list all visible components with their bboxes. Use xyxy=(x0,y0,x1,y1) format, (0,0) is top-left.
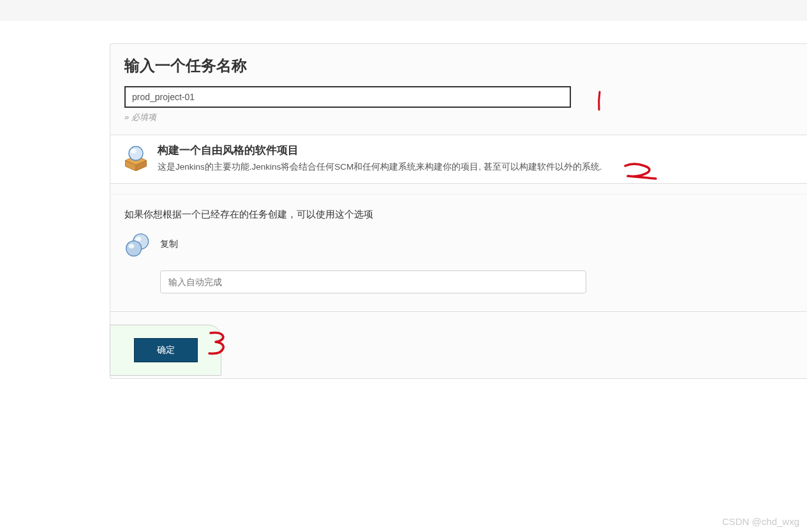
job-name-input[interactable] xyxy=(124,86,571,108)
svg-point-0 xyxy=(129,147,143,161)
ok-button[interactable]: 确定 xyxy=(134,338,198,362)
copy-label: 复制 xyxy=(160,239,793,250)
svg-point-1 xyxy=(131,149,137,153)
page-title: 输入一个任务名称 xyxy=(124,55,793,76)
svg-point-5 xyxy=(128,244,134,248)
svg-point-4 xyxy=(126,240,142,256)
copy-hint: 如果你想根据一个已经存在的任务创建，可以使用这个选项 xyxy=(124,209,793,221)
footer-bar: 确定 xyxy=(110,311,807,378)
copy-from-input[interactable] xyxy=(160,270,586,293)
required-note: » 必填项 xyxy=(124,112,793,123)
top-strip xyxy=(0,0,807,20)
ok-button-wrap: 确定 xyxy=(110,325,221,376)
job-type-title: 构建一个自由风格的软件项目 xyxy=(158,143,796,158)
svg-point-3 xyxy=(135,237,141,241)
new-job-panel: 输入一个任务名称 » 必填项 构建一个自由风格的软件项目 这是Jenkins的主… xyxy=(110,43,807,379)
watermark: CSDN @chd_wxg xyxy=(722,516,799,527)
copy-section: 如果你想根据一个已经存在的任务创建，可以使用这个选项 复制 xyxy=(110,194,807,306)
freestyle-project-icon xyxy=(122,143,150,171)
copy-icon xyxy=(124,231,152,259)
job-type-freestyle[interactable]: 构建一个自由风格的软件项目 这是Jenkins的主要功能.Jenkins将会结合… xyxy=(110,135,807,184)
copy-row: 复制 xyxy=(124,231,793,264)
job-type-description: 这是Jenkins的主要功能.Jenkins将会结合任何SCM和任何构建系统来构… xyxy=(158,160,796,174)
copy-col: 复制 xyxy=(160,231,793,264)
job-type-text: 构建一个自由风格的软件项目 这是Jenkins的主要功能.Jenkins将会结合… xyxy=(158,143,796,174)
name-section: 输入一个任务名称 » 必填项 xyxy=(110,44,807,127)
